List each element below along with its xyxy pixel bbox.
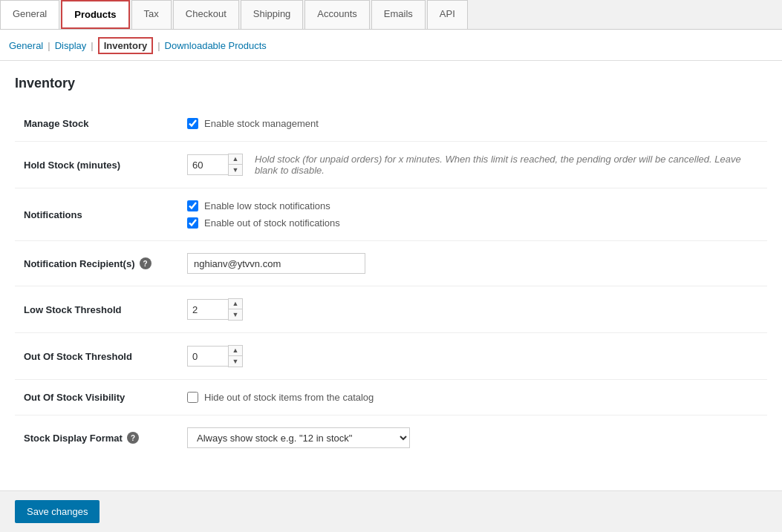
out-of-stock-threshold-increment[interactable]: ▲	[229, 346, 242, 356]
tab-shipping[interactable]: Shipping	[241, 0, 304, 29]
notification-recipients-value	[178, 241, 767, 286]
stock-display-format-help-icon[interactable]: ?	[127, 432, 139, 444]
out-of-stock-visibility-checkbox-row: Hide out of stock items from the catalog	[187, 392, 758, 403]
notification-recipients-input[interactable]	[187, 253, 365, 274]
out-of-stock-visibility-value: Hide out of stock items from the catalog	[178, 380, 767, 416]
hold-stock-increment[interactable]: ▲	[229, 154, 242, 165]
tab-products[interactable]: Products	[61, 0, 129, 29]
notifications-value: Enable low stock notifications Enable ou…	[178, 188, 767, 241]
hold-stock-input[interactable]	[187, 154, 228, 175]
out-of-stock-notify-label[interactable]: Enable out of stock notifications	[204, 217, 340, 229]
out-of-stock-threshold-spinner-buttons: ▲ ▼	[228, 345, 243, 367]
notification-recipients-text: Notification Recipient(s)	[24, 258, 135, 269]
out-of-stock-threshold-spinner: ▲ ▼	[187, 345, 243, 367]
tab-emails[interactable]: Emails	[371, 0, 426, 29]
out-of-stock-threshold-decrement[interactable]: ▼	[229, 356, 242, 367]
out-of-stock-visibility-row: Out Of Stock Visibility Hide out of stoc…	[15, 380, 767, 416]
out-of-stock-visibility-label: Out Of Stock Visibility	[15, 380, 178, 416]
stock-display-format-value: Always show stock e.g. "12 in stock" Onl…	[178, 416, 767, 461]
out-of-stock-threshold-input[interactable]	[187, 346, 228, 367]
low-stock-threshold-decrement[interactable]: ▼	[229, 309, 242, 320]
out-of-stock-threshold-value: ▲ ▼	[178, 333, 767, 380]
settings-table: Manage Stock Enable stock management Hol…	[15, 106, 767, 460]
notifications-label: Notifications	[15, 188, 178, 241]
subtab-inventory[interactable]: Inventory	[98, 37, 154, 54]
manage-stock-checkbox[interactable]	[187, 118, 198, 129]
low-stock-notifications-row: Enable low stock notifications	[187, 200, 758, 211]
tab-tax[interactable]: Tax	[131, 0, 172, 29]
out-of-stock-threshold-row: Out Of Stock Threshold ▲ ▼	[15, 333, 767, 380]
low-stock-notify-label[interactable]: Enable low stock notifications	[204, 200, 330, 211]
hold-stock-value: ▲ ▼ Hold stock (for unpaid orders) for x…	[178, 142, 767, 188]
stock-display-format-row: Stock Display Format ? Always show stock…	[15, 416, 767, 461]
separator-1: |	[48, 40, 50, 51]
low-stock-threshold-value: ▲ ▼	[178, 286, 767, 333]
low-stock-threshold-label: Low Stock Threshold	[15, 286, 178, 333]
low-stock-threshold-spinner-buttons: ▲ ▼	[228, 298, 243, 321]
notification-recipients-help-icon[interactable]: ?	[140, 257, 151, 269]
manage-stock-checkbox-label[interactable]: Enable stock management	[204, 118, 319, 129]
page-title: Inventory	[15, 76, 767, 91]
stock-display-format-label-wrap: Stock Display Format ?	[24, 432, 163, 444]
out-of-stock-visibility-checkbox-label[interactable]: Hide out of stock items from the catalog	[204, 392, 374, 403]
notification-recipients-row: Notification Recipient(s) ?	[15, 241, 767, 286]
stock-display-format-select[interactable]: Always show stock e.g. "12 in stock" Onl…	[187, 427, 410, 448]
tab-api[interactable]: API	[427, 0, 468, 29]
low-stock-threshold-spinner: ▲ ▼	[187, 298, 243, 321]
stock-display-format-text: Stock Display Format	[24, 433, 123, 444]
low-stock-threshold-row: Low Stock Threshold ▲ ▼	[15, 286, 767, 333]
subtab-downloadable[interactable]: Downloadable Products	[165, 40, 267, 51]
manage-stock-row: Manage Stock Enable stock management	[15, 106, 767, 142]
stock-display-format-label: Stock Display Format ?	[15, 416, 178, 461]
sub-tabs: General | Display | Inventory | Download…	[0, 30, 782, 61]
separator-2: |	[91, 40, 93, 51]
out-of-stock-notify-checkbox[interactable]	[187, 217, 198, 229]
manage-stock-label: Manage Stock	[15, 106, 178, 142]
hold-stock-description: Hold stock (for unpaid orders) for x min…	[255, 154, 758, 176]
notifications-row: Notifications Enable low stock notificat…	[15, 188, 767, 241]
tab-checkout[interactable]: Checkout	[173, 0, 239, 29]
footer: Save changes	[0, 490, 782, 519]
out-of-stock-visibility-checkbox[interactable]	[187, 392, 198, 403]
hold-stock-decrement[interactable]: ▼	[229, 165, 242, 175]
out-of-stock-threshold-label: Out Of Stock Threshold	[15, 333, 178, 380]
manage-stock-checkbox-row: Enable stock management	[187, 118, 758, 129]
notification-recipients-label-wrap: Notification Recipient(s) ?	[24, 257, 163, 269]
subtab-display[interactable]: Display	[55, 40, 87, 51]
top-tabs: General Products Tax Checkout Shipping A…	[0, 0, 782, 30]
hold-stock-spinner: ▲ ▼	[187, 154, 243, 176]
hold-stock-row: Hold Stock (minutes) ▲ ▼ Hold stock (for…	[15, 142, 767, 188]
save-button[interactable]: Save changes	[15, 500, 100, 519]
out-of-stock-notifications-row: Enable out of stock notifications	[187, 217, 758, 229]
low-stock-notify-checkbox[interactable]	[187, 200, 198, 211]
tab-accounts[interactable]: Accounts	[304, 0, 369, 29]
content-area: Inventory Manage Stock Enable stock mana…	[0, 61, 782, 519]
tab-general[interactable]: General	[0, 0, 59, 29]
hold-stock-label: Hold Stock (minutes)	[15, 142, 178, 188]
manage-stock-value: Enable stock management	[178, 106, 767, 142]
notification-recipients-label: Notification Recipient(s) ?	[15, 241, 178, 286]
low-stock-threshold-increment[interactable]: ▲	[229, 299, 242, 309]
separator-3: |	[157, 40, 160, 51]
low-stock-threshold-input[interactable]	[187, 299, 228, 320]
hold-stock-spinner-buttons: ▲ ▼	[228, 154, 243, 176]
subtab-general[interactable]: General	[9, 40, 43, 51]
